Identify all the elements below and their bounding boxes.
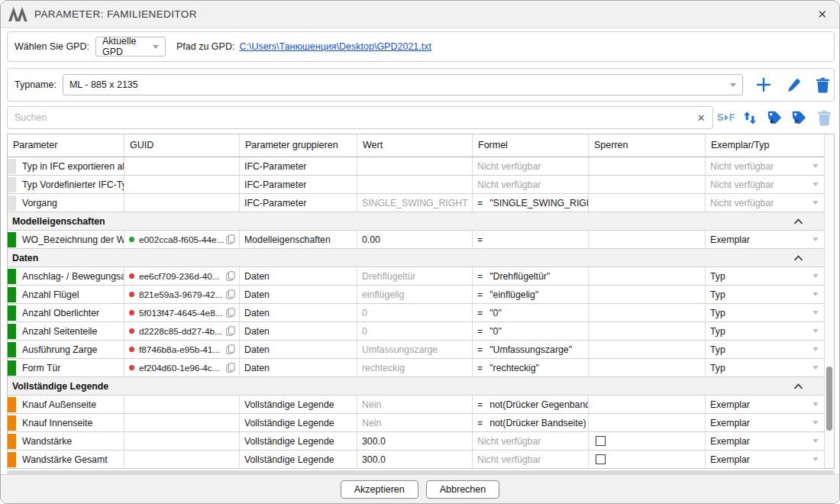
exemplar-typ-cell[interactable]: Typ xyxy=(706,341,825,358)
formel-cell[interactable]: = xyxy=(473,231,589,248)
formel-cell[interactable]: ="rechteckig" xyxy=(473,359,589,376)
formel-cell[interactable]: ="SINGLE_SWING_RIGHT xyxy=(473,194,589,212)
exemplar-typ-cell[interactable]: Typ xyxy=(706,286,825,303)
wert-cell[interactable]: rechteckig xyxy=(357,359,473,376)
exemplar-typ-cell[interactable]: Nicht verfügbar xyxy=(706,176,825,193)
copy-guid-icon[interactable] xyxy=(226,234,235,244)
formel-cell[interactable]: ="einflügelig" xyxy=(473,286,589,303)
formel-cell[interactable]: =not(Drücker Bandseite) xyxy=(473,414,589,431)
exemplar-typ-cell[interactable]: Exemplar xyxy=(706,396,825,413)
column-header-parameter-gruppieren[interactable]: Parameter gruppieren xyxy=(240,134,357,157)
exemplar-typ-cell[interactable]: Typ xyxy=(706,267,825,285)
s-to-f-icon[interactable]: SF xyxy=(716,107,737,128)
dropdown-arrow-icon[interactable] xyxy=(813,402,819,406)
parameter-row[interactable]: WO_Bezeichnung der We002cca8-f605-44e...… xyxy=(8,231,825,249)
wert-cell[interactable] xyxy=(357,176,473,193)
exemplar-typ-cell[interactable]: Nicht verfügbar xyxy=(706,194,825,212)
formel-cell[interactable]: Nicht verfügbar xyxy=(473,451,589,468)
dropdown-arrow-icon[interactable] xyxy=(813,421,819,425)
dropdown-arrow-icon[interactable] xyxy=(813,439,819,443)
exemplar-typ-cell[interactable]: Typ xyxy=(706,322,825,340)
formel-cell[interactable]: ="0" xyxy=(473,304,589,321)
column-header-sperren[interactable]: Sperren xyxy=(589,134,706,157)
parameter-row[interactable]: Ausführung Zargef8746b8a-e95b-41...Daten… xyxy=(8,341,825,359)
vertical-scrollbar-thumb[interactable] xyxy=(826,367,832,431)
wert-cell[interactable]: Nein xyxy=(357,396,473,413)
column-header-exemplar-typ[interactable]: Exemplar/Typ xyxy=(706,134,825,157)
exemplar-typ-cell[interactable]: Exemplar xyxy=(706,231,825,248)
close-icon[interactable]: ✕ xyxy=(817,8,827,21)
dropdown-arrow-icon[interactable] xyxy=(813,274,819,278)
exemplar-typ-cell[interactable]: Typ xyxy=(706,359,825,376)
delete-trash-disabled-icon[interactable] xyxy=(813,107,835,128)
parameter-row[interactable]: Wandstärke GesamtVollständige Legende300… xyxy=(8,451,825,469)
wert-cell[interactable]: SINGLE_SWING_RIGHT xyxy=(357,194,473,212)
dropdown-arrow-icon[interactable] xyxy=(813,164,819,168)
add-type-button[interactable] xyxy=(752,73,775,97)
copy-guid-icon[interactable] xyxy=(226,344,235,354)
formel-cell[interactable]: Nicht verfügbar xyxy=(473,176,589,193)
gpd-path-link[interactable]: C:\Users\Танюшенция\Desktop\GPD2021.txt xyxy=(239,41,431,52)
wert-cell[interactable]: 0 xyxy=(357,322,473,340)
abbrechen-button[interactable]: Abbrechen xyxy=(426,480,499,499)
sperren-checkbox[interactable] xyxy=(596,436,606,446)
copy-guid-icon[interactable] xyxy=(226,308,235,318)
formel-cell[interactable]: ="0" xyxy=(473,322,589,340)
exemplar-typ-cell[interactable]: Nicht verfügbar xyxy=(706,157,825,175)
section-row-vollst-ndige-legende[interactable]: Vollständige Legende xyxy=(8,377,825,396)
wert-cell[interactable]: Nein xyxy=(357,414,473,431)
wert-cell[interactable]: einflügelig xyxy=(357,286,473,303)
parameter-row[interactable]: Knauf AußenseiteVollständige LegendeNein… xyxy=(8,396,825,414)
clear-search-icon[interactable]: ✕ xyxy=(690,112,712,124)
formel-cell[interactable]: =not(Drücker Gegenband xyxy=(473,396,589,413)
formel-cell[interactable]: ="Drehflügeltür" xyxy=(473,267,589,285)
section-row-daten[interactable]: Daten xyxy=(8,249,825,267)
parameter-row[interactable]: Anzahl Oberlichter5f013f47-4645-4e8...Da… xyxy=(8,304,825,322)
wert-cell[interactable]: 300.0 xyxy=(357,451,473,468)
exemplar-typ-cell[interactable]: Exemplar xyxy=(706,414,825,431)
delete-type-button[interactable] xyxy=(811,73,834,97)
edit-type-button[interactable] xyxy=(783,73,806,97)
sperren-checkbox[interactable] xyxy=(596,454,606,464)
exemplar-typ-cell[interactable]: Exemplar xyxy=(706,432,825,450)
wert-cell[interactable]: Drehflügeltür xyxy=(357,267,473,285)
dropdown-arrow-icon[interactable] xyxy=(813,329,819,333)
wert-cell[interactable]: Umfassungszarge xyxy=(357,341,473,358)
parameter-row[interactable]: Typ Vordefinierter IFC-TyIFC-ParameterNi… xyxy=(8,176,825,194)
dropdown-arrow-icon[interactable] xyxy=(813,292,819,296)
dropdown-arrow-icon[interactable] xyxy=(813,457,819,461)
copy-guid-icon[interactable] xyxy=(226,271,235,281)
wert-cell[interactable]: 0 xyxy=(357,304,473,321)
column-header-guid[interactable]: GUID xyxy=(124,134,240,157)
dropdown-arrow-icon[interactable] xyxy=(813,183,819,186)
dropdown-arrow-icon[interactable] xyxy=(813,201,819,205)
copy-guid-icon[interactable] xyxy=(226,363,235,373)
wert-cell[interactable]: 0.00 xyxy=(357,231,473,248)
column-header-wert[interactable]: Wert xyxy=(357,134,473,157)
parameter-row[interactable]: Knauf InnenseiteVollständige LegendeNein… xyxy=(8,414,825,432)
typname-combobox[interactable]: ML - 885 x 2135 xyxy=(63,74,743,95)
column-header-parameter[interactable]: Parameter xyxy=(8,134,124,157)
wert-cell[interactable] xyxy=(357,157,473,175)
tag-import-icon[interactable] xyxy=(764,107,785,128)
parameter-row[interactable]: Anzahl Seitenteiled2228c85-dd27-4b...Dat… xyxy=(8,322,825,341)
parameter-row[interactable]: Anzahl Flügel821e59a3-9679-42...Datenein… xyxy=(8,286,825,304)
formel-cell[interactable]: Nicht verfügbar xyxy=(473,157,589,175)
dropdown-arrow-icon[interactable] xyxy=(813,347,819,351)
formel-cell[interactable]: Nicht verfügbar xyxy=(473,432,589,450)
parameter-row[interactable]: VorgangIFC-ParameterSINGLE_SWING_RIGHT="… xyxy=(8,194,825,212)
collapse-chevron-icon[interactable] xyxy=(793,383,803,389)
dropdown-arrow-icon[interactable] xyxy=(813,237,819,241)
akzeptieren-button[interactable]: Akzeptieren xyxy=(341,480,418,499)
column-header-formel[interactable]: Formel xyxy=(473,134,589,157)
tag-remove-icon[interactable] xyxy=(788,107,809,128)
exemplar-typ-cell[interactable]: Typ xyxy=(706,304,825,321)
wert-cell[interactable]: 300.0 xyxy=(357,432,473,450)
section-row-modelleigenschaften[interactable]: Modelleigenschaften xyxy=(8,212,825,231)
collapse-chevron-icon[interactable] xyxy=(793,218,803,225)
formel-cell[interactable]: ="Umfassungszarge" xyxy=(473,341,589,358)
exemplar-typ-cell[interactable]: Exemplar xyxy=(706,451,825,468)
parameter-row[interactable]: Anschlag- / Bewegungsaee6cf709-236d-40..… xyxy=(8,267,825,286)
parameter-row[interactable]: Typ in IFC exportieren alIFC-ParameterNi… xyxy=(8,157,825,176)
vertical-scrollbar[interactable] xyxy=(824,134,834,468)
